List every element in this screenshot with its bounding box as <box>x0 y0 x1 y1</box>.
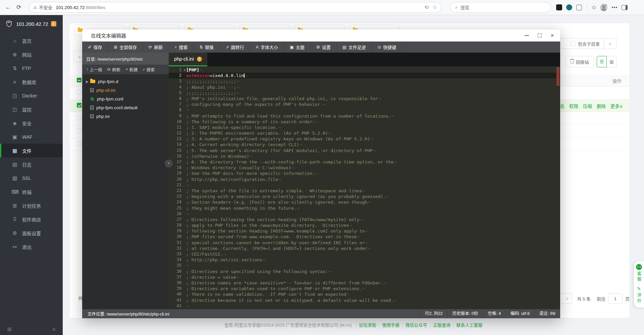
code-line-38[interactable]: 38;·Directive·names·are·*case·sensitive*… <box>169 280 560 286</box>
tree-file-php-cli.ini[interactable]: php-cli.ini <box>82 86 169 94</box>
sidebar-item-文件[interactable]: ▦文件 <box>0 144 63 157</box>
tab-php-cli-ini[interactable]: php-cli.ini ! <box>169 53 207 66</box>
code-line-40[interactable]: 40;·There·is·no·name·validation.··If·PHP… <box>169 291 560 297</box>
status-编码[interactable]: 编码: utf-8 <box>505 309 534 318</box>
code-line-21[interactable]: 21¬ <box>169 182 560 188</box>
row-checkbox[interactable] <box>77 90 82 95</box>
tree-file-php.ini[interactable]: php.ini <box>82 112 169 121</box>
tree-action-新建[interactable]: +新建 <box>125 66 138 73</box>
code-line-1[interactable]: 1▼[PHP]¬ <box>169 67 560 73</box>
sidebar-item-面板设置[interactable]: ⚙面板设置 <box>0 226 63 240</box>
toolbar-字体大小[interactable]: A字体大小 <box>250 42 284 53</box>
collapse-sidebar-icon[interactable]: ⊞ <box>7 326 12 332</box>
code-line-31[interactable]: 31;·special·sections·cannot·be·overridde… <box>169 240 560 246</box>
code-editor[interactable]: 1▼[PHP]¬2extension=ixed.8.0.lin¬3;;;;;;;… <box>169 66 560 309</box>
toolbar-快捷键[interactable]: ⊙快捷键 <box>372 42 402 53</box>
code-line-19[interactable]: 19;·See·the·PHP·docs·for·more·specific·i… <box>169 171 560 176</box>
toolbar-主题[interactable]: ▣主题 <box>284 42 311 53</box>
editor-scrollbar[interactable] <box>556 67 559 86</box>
code-line-22[interactable]: 22;·The·syntax·of·the·file·is·extremely·… <box>169 188 560 194</box>
code-line-2[interactable]: 2extension=ixed.8.0.lin¬ <box>169 73 560 78</box>
toolbar-设置[interactable]: ⚙设置 <box>311 42 337 53</box>
code-line-10[interactable]: 10;·The·following·is·a·summary·of·its·se… <box>169 119 560 125</box>
review-pencil-icon[interactable]: ✎ <box>637 286 641 291</box>
code-line-36[interactable]: 36;·Directives·are·specified·using·the·f… <box>169 269 560 274</box>
reload-circle-icon[interactable]: ⟲ <box>424 4 429 10</box>
toolbar-替换[interactable]: ⇅替换 <box>194 42 220 53</box>
status-语言[interactable]: 语言: INI <box>534 309 560 318</box>
code-line-5[interactable]: 5;;;;;;;;;;;;;;;;;;;¬ <box>169 90 560 96</box>
action-删除[interactable]: 删除 <box>597 103 606 109</box>
sidebar-item-退出[interactable]: ↦退出 <box>0 240 63 254</box>
code-line-12[interactable]: 12;·2.·The·PHPRC·environment·variable.·(… <box>169 130 560 136</box>
sidebar-item-WAF[interactable]: ▣WAF <box>0 130 63 144</box>
customer-service-label[interactable]: 客服 <box>636 271 642 282</box>
code-line-7[interactable]: 7;·configuring·many·of·the·aspects·of·PH… <box>169 102 560 107</box>
code-line-37[interactable]: 37;·directive·=·value¬ <box>169 274 560 280</box>
collapse-tree-handle[interactable]: ‹ <box>165 159 173 168</box>
footer-link-论坛求助[interactable]: 论坛求助 <box>359 323 376 328</box>
toolbar-刷新[interactable]: ⟳刷新 <box>143 42 169 53</box>
code-line-18[interactable]: 18;·Windows·directory·(usually·C:\window… <box>169 165 560 171</box>
row-checkbox[interactable] <box>77 141 82 146</box>
tree-action-搜索[interactable]: ⌕搜索 <box>143 66 155 73</box>
toolbar-文件足迹[interactable]: ▤文件足迹 <box>337 42 372 53</box>
code-line-14[interactable]: 14;·4.·Current·working·directory·(except… <box>169 142 560 147</box>
sidebar-item-SSL[interactable]: ▧SSL <box>0 171 63 185</box>
profile-avatar[interactable] <box>600 4 607 11</box>
sidebar-item-软件商店[interactable]: ⠿软件商店 <box>0 212 63 226</box>
code-line-28[interactable]: 28;·apply·to·PHP·files·in·the·/www/mysit… <box>169 222 560 228</box>
address-bar[interactable]: ⚠ 不安全 101.200.42.72 :8888/files ⟲ ☆ <box>29 2 441 13</box>
row-checkbox[interactable] <box>77 128 82 133</box>
fullscreen-icon[interactable] <box>538 34 542 38</box>
recycle-bin-button[interactable]: 回收站 <box>566 56 594 67</box>
favorite-star-icon[interactable]: ☆ <box>433 4 437 10</box>
sidebar-item-计划任务[interactable]: ⊞计划任务 <box>0 199 63 212</box>
toolbar-搜索[interactable]: ⌕搜索 <box>169 42 194 53</box>
file-search-button[interactable]: ⌕ <box>604 38 617 49</box>
customer-service-robot-icon[interactable] <box>636 264 642 270</box>
status-空格[interactable]: 空格: 4 <box>483 309 505 318</box>
code-line-11[interactable]: 11;·1.·SAPI·module·specific·location.¬ <box>169 125 560 130</box>
sidebar-item-首页[interactable]: ⌂首页 <box>0 34 63 48</box>
code-line-9[interactable]: 9;·PHP·attempts·to·find·and·load·this·co… <box>169 113 560 119</box>
footer-link-联系人工客服[interactable]: 联系人工客服 <box>456 323 482 328</box>
select-all-checkbox[interactable] <box>77 78 82 82</box>
code-line-26[interactable]: 26¬ <box>169 211 560 217</box>
sidebar-item-FTP[interactable]: ⇅FTP <box>0 61 63 75</box>
sidebar-panel-icon[interactable] <box>622 5 628 10</box>
toolbar-跳转行[interactable]: ↗跳转行 <box>220 42 250 53</box>
code-line-30[interactable]: 30;·PHP·files·served·from·www.example.co… <box>169 234 560 240</box>
row-checkbox[interactable] <box>77 103 82 108</box>
browser-menu-icon[interactable]: ••• <box>611 5 618 10</box>
code-line-25[interactable]: 25;·they·might·mean·something·in·the·fut… <box>169 205 560 211</box>
grid-view-button[interactable]: ▦ <box>607 56 617 67</box>
code-line-6[interactable]: 6;·PHP's·initialization·file,·generally·… <box>169 96 560 102</box>
code-line-13[interactable]: 13;·3.·A·number·of·predefined·registry·k… <box>169 136 560 142</box>
include-subdir-checkbox[interactable] <box>571 41 575 46</box>
code-line-8[interactable]: 8¬ <box>169 107 560 113</box>
code-line-17[interactable]: 17;·6.·The·directory·from·the·--with-con… <box>169 159 560 165</box>
sidebar-item-监控[interactable]: ◫监控 <box>0 103 63 116</box>
sidebar-item-网站[interactable]: ⊕网站 <box>0 48 63 61</box>
tree-action-刷新[interactable]: ⟳刷新 <box>107 66 121 73</box>
code-line-16[interactable]: 16;·(otherwise·in·Windows)¬ <box>169 153 560 159</box>
extension-dark-icon[interactable] <box>556 4 562 10</box>
code-line-15[interactable]: 15;·5.·The·web·server's·directory·(for·S… <box>169 148 560 153</box>
code-line-39[interactable]: 39;·Directives·are·variables·used·to·con… <box>169 286 560 291</box>
code-line-41[interactable]: 41;·directive·because·it·is·not·set·or·i… <box>169 297 560 303</box>
sidebar-item-Docker[interactable]: ◳Docker <box>0 89 63 103</box>
action-权限[interactable]: 权限 <box>569 103 578 109</box>
extensions-puzzle-icon[interactable] <box>576 5 582 10</box>
action-更多[interactable]: 更多∨ <box>610 103 623 109</box>
review-label[interactable]: 评价 <box>636 293 642 304</box>
footer-link-正版查询[interactable]: 正版查询 <box>433 323 450 328</box>
code-line-20[interactable]: 20;·http://php.net/configuration.file¬ <box>169 177 560 182</box>
tree-file-php-fpm.conf[interactable]: Gphp-fpm.conf <box>82 94 169 103</box>
page-number-input[interactable] <box>608 293 623 304</box>
tree-file-php-fpm.d[interactable]: ▶php-fpm.d <box>82 77 169 86</box>
status-行2, 列22[interactable]: 行2, 列22 <box>420 309 447 318</box>
code-line-3[interactable]: 3;;;;;;;;;;;;;;;;;;;¬ <box>169 78 560 84</box>
list-view-button[interactable]: ☰ <box>597 56 607 67</box>
action-压缩[interactable]: 压缩 <box>583 103 592 109</box>
